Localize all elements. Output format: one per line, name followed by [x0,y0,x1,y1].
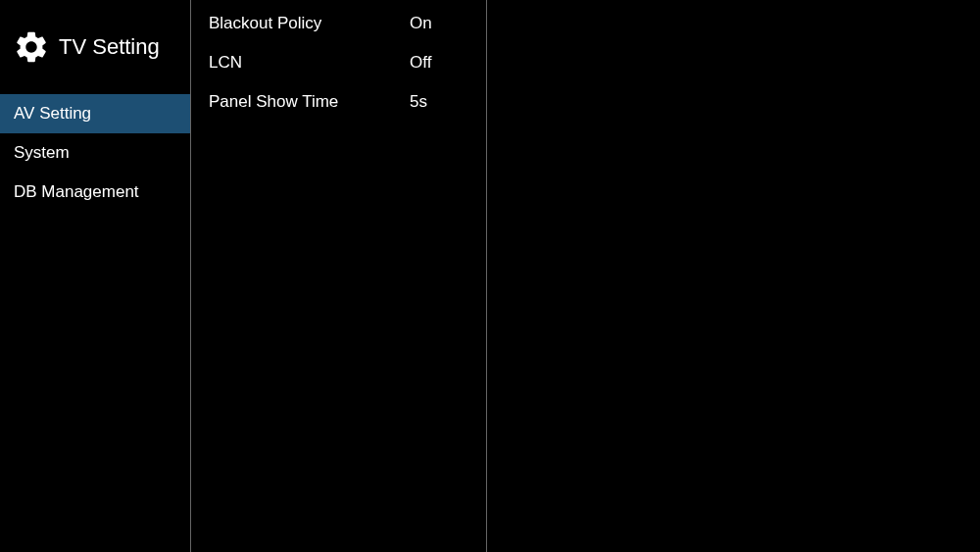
option-panel-show-time[interactable]: Panel Show Time 5s [191,82,486,122]
sidebar-item-db-management[interactable]: DB Management [0,173,190,212]
option-value: Off [410,53,468,73]
sidebar: TV Setting AV Setting System DB Manageme… [0,0,191,552]
header: TV Setting [0,0,190,94]
detail-panel [487,0,980,552]
content-panel: Blackout Policy On LCN Off Panel Show Ti… [191,0,487,552]
sidebar-item-system[interactable]: System [0,133,190,173]
sidebar-menu: AV Setting System DB Management [0,94,190,212]
option-label: Blackout Policy [209,14,410,33]
option-value: 5s [410,92,468,112]
sidebar-item-label: System [14,143,70,162]
option-value: On [410,14,468,33]
sidebar-item-label: DB Management [14,182,139,201]
option-label: LCN [209,53,410,73]
page-title: TV Setting [59,34,160,60]
option-lcn[interactable]: LCN Off [191,43,486,82]
option-blackout-policy[interactable]: Blackout Policy On [191,4,486,43]
sidebar-item-av-setting[interactable]: AV Setting [0,94,190,133]
sidebar-item-label: AV Setting [14,104,91,123]
gear-icon [12,27,51,67]
option-label: Panel Show Time [209,92,410,112]
